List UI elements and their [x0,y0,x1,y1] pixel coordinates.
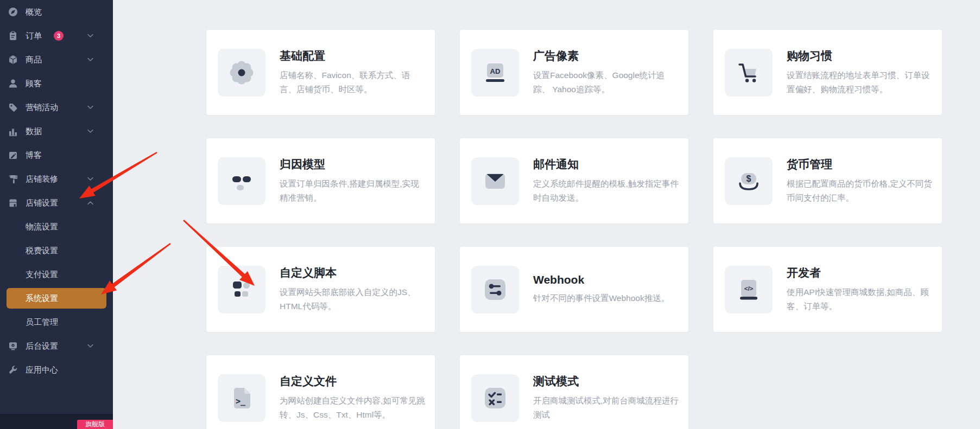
sidebar-item-logistics-settings[interactable]: 物流设置 [0,215,113,239]
sidebar: 概览订单3商品顾客营销活动数据博客店铺装修店铺设置物流设置税费设置支付设置系统设… [0,0,113,429]
card-description: 使用API快速管理商城数据,如商品、顾客、订单等。 [787,285,932,313]
sidebar-item-label: 订单 [26,31,42,41]
card-text: Webhook针对不同的事件设置Webhook推送。 [533,273,679,305]
settings-card-currency-management[interactable]: $货币管理根据已配置商品的货币价格,定义不同货币间支付的汇率。 [713,138,942,223]
terminal-file-icon: >_ [229,385,255,411]
chevron-down-icon [87,34,93,38]
card-description: 开启商城测试模式,对前台商城流程进行测试 [533,394,679,422]
sidebar-item-label: 顾客 [26,79,42,89]
main-content: 基础配置店铺名称、Favicon、联系方式、语言、店铺货币、时区等。AD广告像素… [113,0,980,429]
envelope-icon [482,168,508,194]
settings-card-attribution-model[interactable]: 归因模型设置订单归因条件,搭建归属模型,实现精准营销。 [206,138,435,223]
coin-icon: $ [736,168,762,194]
settings-card-basic-config[interactable]: 基础配置店铺名称、Favicon、联系方式、语言、店铺货币、时区等。 [206,30,435,115]
sidebar-footer: 旗舰版 [0,414,113,429]
settings-card-email-notification[interactable]: 邮件通知定义系统邮件提醒的模板,触发指定事件时自动发送。 [460,138,688,223]
chevron-down-icon [87,344,93,348]
sliders-icon [482,277,508,303]
svg-text:AD: AD [490,67,501,75]
checklist-icon [482,385,508,411]
card-icon-tile: </> [725,266,773,313]
settings-card-developer[interactable]: </>开发者使用API快速管理商城数据,如商品、顾客、订单等。 [713,247,942,332]
orders-count-badge: 3 [54,31,64,41]
user-icon [8,79,18,88]
card-icon-tile: >_ [218,374,265,422]
sidebar-item-blog[interactable]: 博客 [0,143,113,167]
card-title: 归因模型 [280,157,425,172]
card-text: 自定义文件为网站创建自定义文件内容,如可常见跳转、Js、Css、Txt、Html… [280,374,425,422]
sidebar-item-label: 店铺装修 [26,174,58,184]
bar-chart-icon [8,126,18,136]
attribution-icon [229,168,255,194]
card-description: 设置Facebook像素、Google统计追踪、 Yahoo追踪等。 [533,68,679,97]
sidebar-item-label: 税费设置 [26,246,58,256]
card-title: 邮件通知 [533,157,679,172]
sidebar-item-analytics[interactable]: 数据 [0,119,113,143]
sidebar-item-store-settings[interactable]: 店铺设置 [0,191,113,215]
sidebar-nav: 概览订单3商品顾客营销活动数据博客店铺装修店铺设置物流设置税费设置支付设置系统设… [0,0,113,382]
chevron-up-icon [87,201,93,205]
card-text: 归因模型设置订单归因条件,搭建归属模型,实现精准营销。 [280,157,425,205]
blog-icon [8,150,18,160]
card-icon-tile: $ [725,157,773,205]
card-icon-tile [471,266,519,313]
sidebar-item-products[interactable]: 商品 [0,48,113,72]
card-icon-tile [218,266,265,313]
paint-roller-icon [8,174,18,184]
settings-card-custom-script[interactable]: 自定义脚本设置网站头部底部嵌入自定义的JS、HTML代码等。 [206,247,435,332]
monitor-gear-icon [8,341,18,351]
box-icon [8,55,18,65]
sidebar-item-label: 员工管理 [26,317,58,328]
card-icon-tile: AD [471,49,519,97]
card-title: 开发者 [787,265,932,280]
settings-card-test-mode[interactable]: 测试模式开启商城测试模式,对前台商城流程进行测试 [460,355,688,429]
sidebar-item-app-center[interactable]: 应用中心 [0,358,113,382]
card-description: 针对不同的事件设置Webhook推送。 [533,291,679,305]
tag-icon [8,103,18,112]
card-text: 货币管理根据已配置商品的货币价格,定义不同货币间支付的汇率。 [787,157,932,205]
sidebar-item-label: 营销活动 [26,103,58,113]
chevron-down-icon [87,177,93,181]
settings-card-webhook[interactable]: Webhook针对不同的事件设置Webhook推送。 [460,247,688,332]
sidebar-item-label: 博客 [26,150,42,161]
sidebar-item-overview[interactable]: 概览 [0,0,113,24]
svg-text:>_: >_ [236,396,246,406]
sidebar-item-label: 商品 [26,55,42,65]
card-text: 邮件通知定义系统邮件提醒的模板,触发指定事件时自动发送。 [533,157,679,205]
plan-badge-button[interactable]: 旗舰版 [77,420,113,429]
sidebar-item-staff-management[interactable]: 员工管理 [0,310,113,334]
sidebar-item-payment-settings[interactable]: 支付设置 [0,262,113,286]
card-description: 店铺名称、Favicon、联系方式、语言、店铺货币、时区等。 [280,68,425,97]
sidebar-item-marketing[interactable]: 营销活动 [0,95,113,119]
clipboard-icon [8,31,18,41]
sidebar-item-label: 支付设置 [26,270,58,280]
sidebar-item-customers[interactable]: 顾客 [0,72,113,95]
card-text: 自定义脚本设置网站头部底部嵌入自定义的JS、HTML代码等。 [280,265,425,313]
settings-card-grid: 基础配置店铺名称、Favicon、联系方式、语言、店铺货币、时区等。AD广告像素… [206,30,942,429]
blocks-icon [229,277,255,303]
sidebar-item-tax-settings[interactable]: 税费设置 [0,239,113,262]
sidebar-item-admin-settings[interactable]: 后台设置 [0,334,113,358]
wrench-icon [8,365,18,375]
cart-icon [736,60,762,86]
card-icon-tile [471,157,519,205]
sidebar-item-system-settings[interactable]: 系统设置 [7,288,106,309]
sidebar-item-label: 数据 [26,126,42,137]
card-description: 设置结账流程的地址表单习惯、订单设置偏好、购物流程习惯等。 [787,68,932,97]
card-title: 广告像素 [533,48,679,63]
sidebar-item-label: 物流设置 [26,222,58,232]
card-title: 自定义脚本 [280,265,425,280]
gear-icon [229,60,255,86]
sidebar-item-orders[interactable]: 订单3 [0,24,113,48]
card-icon-tile [218,157,265,205]
card-description: 设置订单归因条件,搭建归属模型,实现精准营销。 [280,177,425,205]
chevron-down-icon [87,58,93,62]
card-title: 自定义文件 [280,374,425,389]
svg-text:</>: </> [744,285,754,292]
sidebar-item-label: 应用中心 [26,365,58,375]
settings-card-shopping-habits[interactable]: 购物习惯设置结账流程的地址表单习惯、订单设置偏好、购物流程习惯等。 [713,30,942,115]
settings-card-ad-pixel[interactable]: AD广告像素设置Facebook像素、Google统计追踪、 Yahoo追踪等。 [460,30,688,115]
sidebar-item-store-design[interactable]: 店铺装修 [0,167,113,191]
card-text: 购物习惯设置结账流程的地址表单习惯、订单设置偏好、购物流程习惯等。 [787,48,932,97]
settings-card-custom-file[interactable]: >_自定义文件为网站创建自定义文件内容,如可常见跳转、Js、Css、Txt、Ht… [206,355,435,429]
